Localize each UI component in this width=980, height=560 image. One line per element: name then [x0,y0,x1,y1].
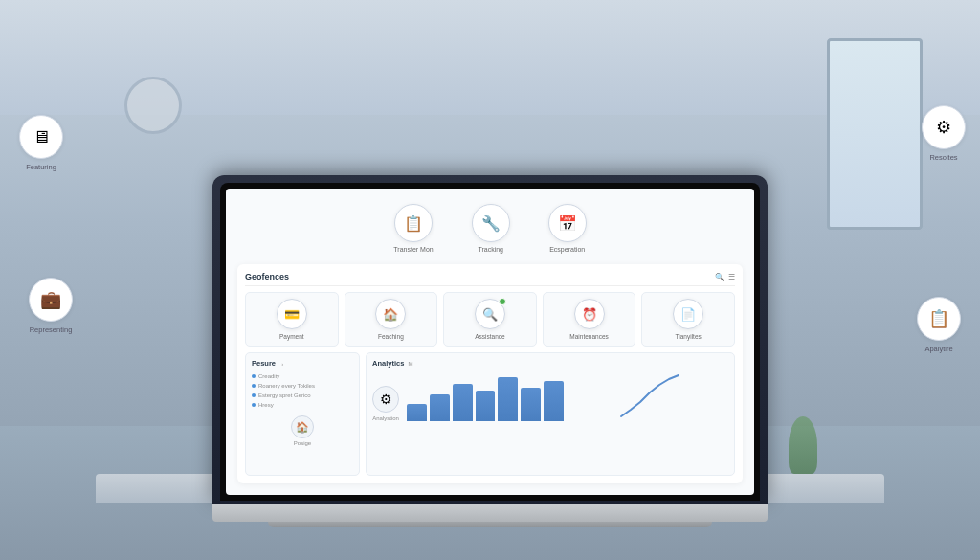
content-header: Geofences 🔍 ☰ [245,272,735,286]
ecsperation-icon: 📅 [548,204,587,242]
bar-chart [407,373,564,421]
maintenances-label: Maintenances [569,333,608,340]
item-dot [252,384,256,388]
laptop-screen: 📋 Transfer Mon 🔧 Tracking 📅 Ecsperation [226,189,754,495]
left-panel-item-2: Roanery every Tokiles [252,381,353,391]
representing-label: Representing [30,325,73,334]
tianyiltes-icon: 📄 [673,299,703,329]
featuring-icon: 🖥 [19,115,63,159]
assistance-icon: 🔍 [475,299,505,329]
ecsperation-label: Ecsperation [549,246,585,253]
item-dot [252,374,256,378]
assistance-label: Assistance [475,333,504,340]
chart-bar [498,377,518,421]
trend-svg [571,373,728,421]
floating-icon-resoltes: ⚙ Resoltes [922,105,966,162]
floating-icon-representing: 💼 Representing [29,278,73,334]
nav-item-tracking[interactable]: 🔧 Tracking [472,204,510,253]
left-panel-item-1: Creadity [252,371,353,381]
chart-bar [476,391,496,421]
search-icon[interactable]: 🔍 [715,273,724,281]
right-panel-title: Analytics M [372,359,728,368]
chart-bar [521,388,541,421]
feaching-icon: 🏠 [375,299,406,329]
top-nav-row: 📋 Transfer Mon 🔧 Tracking 📅 Ecsperation [237,200,743,257]
resoltes-icon: ⚙ [922,105,966,149]
payment-label: Payment [279,333,304,340]
header-title: Geofences [245,272,289,281]
chart-bar [407,404,427,421]
analytics-content: ⚙ Analystion [372,373,728,421]
feature-card-assistance[interactable]: 🔍 Assistance [443,292,537,347]
left-panel-title: Pesure › [252,359,353,368]
representing-icon: 💼 [29,278,73,322]
laptop-base [212,504,768,522]
floating-icon-apalytire: 📋 Apalytire [917,297,961,353]
notification-badge [499,298,506,305]
nav-item-ecsperation[interactable]: 📅 Ecsperation [548,204,587,253]
feature-cards-row: 💳 Payment 🏠 Feaching 🔍 [245,292,735,347]
item-dot [252,403,256,407]
header-actions: 🔍 ☰ [715,273,735,281]
clock-decoration [124,77,182,134]
apalytire-icon: 📋 [917,297,961,341]
payment-icon: 💳 [277,299,307,329]
apalytire-label: Apalytire [924,345,952,353]
plant-decoration [789,416,817,474]
transfer-label: Transfer Mon [393,246,433,253]
tracking-icon: 🔧 [472,204,510,242]
gear-area: ⚙ Analystion [372,386,399,421]
house-icon: 🏠 [291,415,314,438]
floating-icon-featuring: 🖥 Featuring [19,115,63,171]
feature-card-maintenances[interactable]: ⏰ Maintenances [543,292,636,347]
featuring-label: Featuring [26,163,56,171]
right-panel: Analytics M ⚙ Analystion [366,352,735,476]
chart-bar [453,384,473,421]
house-icon-area: 🏠 Posige [252,415,353,446]
left-panel: Pesure › Creadity Roanery every Tokiles [245,352,360,476]
tracking-label: Tracking [478,246,503,253]
menu-icon[interactable]: ☰ [728,273,735,281]
resoltes-label: Resoltes [929,153,957,162]
laptop-screen-outer: 📋 Transfer Mon 🔧 Tracking 📅 Ecsperation [212,175,768,504]
trend-line [571,373,728,421]
left-panel-item-3: Estergy spret Gerico [252,391,353,400]
chart-bar [430,394,450,421]
maintenances-icon: ⏰ [574,299,605,329]
left-panel-item-4: Hresy [252,400,353,410]
feature-card-feaching[interactable]: 🏠 Feaching [345,292,438,347]
main-content-area: Geofences 🔍 ☰ 💳 Payment [237,264,743,483]
screen-bezel: 📋 Transfer Mon 🔧 Tracking 📅 Ecsperation [220,183,760,501]
chart-bar [544,381,564,421]
laptop: 📋 Transfer Mon 🔧 Tracking 📅 Ecsperation [212,175,768,522]
item-dot [252,393,256,397]
tianyiltes-label: Tianyiltes [676,333,702,340]
screen-content: 📋 Transfer Mon 🔧 Tracking 📅 Ecsperation [226,189,754,495]
analytics-gear-icon: ⚙ [372,386,399,413]
bottom-panels: Pesure › Creadity Roanery every Tokiles [245,352,735,476]
feature-card-tianyiltes[interactable]: 📄 Tianyiltes [641,292,735,347]
gear-label: Analystion [372,415,399,421]
posige-label: Posige [294,440,311,446]
transfer-icon: 📋 [394,204,433,242]
feature-card-payment[interactable]: 💳 Payment [245,292,339,347]
window [827,38,923,230]
feaching-label: Feaching [378,333,404,340]
nav-item-transfer[interactable]: 📋 Transfer Mon [393,204,433,253]
